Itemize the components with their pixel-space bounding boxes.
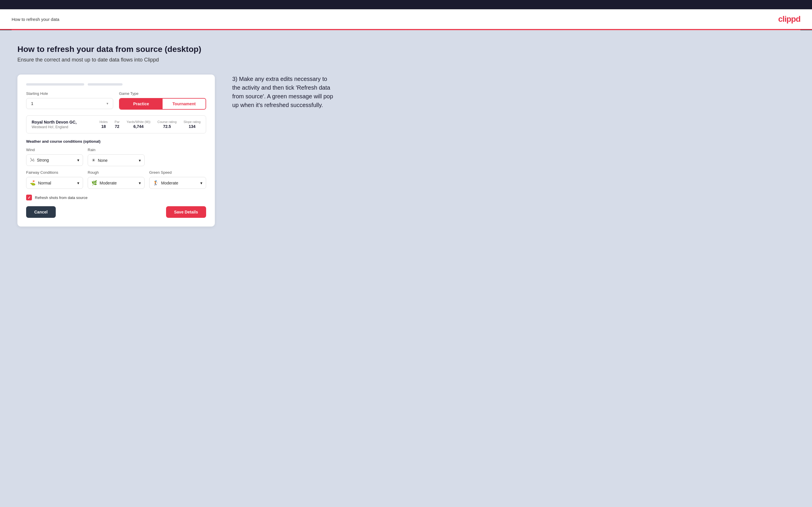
- cancel-button[interactable]: Cancel: [26, 206, 56, 218]
- side-text: 3) Make any extra edits necessary to the…: [232, 74, 337, 109]
- starting-hole-group: Starting Hole 1 ▾: [26, 91, 113, 110]
- conditions-title: Weather and course conditions (optional): [26, 139, 206, 144]
- refresh-row: Refresh shots from data source: [26, 194, 206, 201]
- side-text-block: 3) Make any extra edits necessary to the…: [232, 74, 337, 109]
- page-subheading: Ensure the correct and most up to date d…: [17, 57, 795, 63]
- main-card: Starting Hole 1 ▾ Game Type Practice Tou…: [17, 74, 215, 227]
- game-type-buttons: Practice Tournament: [119, 98, 206, 110]
- course-stats: Holes 18 Par 72 Yards/White (M)) 6,744 C…: [100, 120, 201, 129]
- rain-icon: ☀: [92, 158, 96, 163]
- card-top-placeholder: [26, 83, 206, 86]
- yards-label: Yards/White (M)): [126, 120, 150, 123]
- green-speed-label: Green Speed: [149, 170, 206, 175]
- starting-hole-select[interactable]: 1 ▾: [26, 98, 113, 109]
- starting-hole-value: 1: [31, 101, 33, 106]
- rain-value: None: [98, 158, 107, 163]
- green-speed-field: Green Speed 🏌 Moderate ▾: [149, 170, 206, 189]
- page-heading: How to refresh your data from source (de…: [17, 45, 795, 54]
- starting-hole-chevron-icon: ▾: [107, 102, 108, 106]
- par-label: Par: [115, 120, 119, 123]
- refresh-checkbox[interactable]: [26, 194, 32, 201]
- refresh-label: Refresh shots from data source: [35, 195, 87, 200]
- logo: clippd: [778, 14, 800, 24]
- fairway-chevron-icon: ▾: [77, 181, 79, 185]
- wind-label: Wind: [26, 148, 83, 152]
- yards-value: 6,744: [126, 124, 150, 129]
- rough-icon: 🌿: [92, 180, 97, 186]
- green-speed-icon: 🏌: [153, 180, 159, 186]
- fairway-label: Fairway Conditions: [26, 170, 83, 175]
- slope-rating-label: Slope rating: [184, 120, 201, 123]
- holes-value: 18: [100, 124, 108, 129]
- green-speed-value: Moderate: [161, 181, 178, 185]
- rain-select[interactable]: ☀ None ▾: [88, 154, 145, 166]
- course-rating-stat: Course rating 72.5: [157, 120, 176, 129]
- slope-rating-stat: Slope rating 134: [184, 120, 201, 129]
- practice-button[interactable]: Practice: [119, 99, 163, 109]
- game-type-group: Game Type Practice Tournament: [119, 91, 206, 110]
- rain-chevron-icon: ▾: [139, 158, 141, 163]
- rough-chevron-icon: ▾: [139, 181, 141, 185]
- fairway-icon: ⛳: [30, 180, 36, 186]
- green-speed-select[interactable]: 🏌 Moderate ▾: [149, 177, 206, 189]
- game-type-label: Game Type: [119, 91, 206, 96]
- fairway-field: Fairway Conditions ⛳ Normal ▾: [26, 170, 83, 189]
- course-name-block: Royal North Devon GC, Westward Ho!, Engl…: [32, 120, 93, 129]
- rough-select[interactable]: 🌿 Moderate ▾: [88, 177, 145, 189]
- wind-value: Strong: [37, 158, 49, 162]
- rough-label: Rough: [88, 170, 145, 175]
- tournament-button[interactable]: Tournament: [163, 99, 206, 109]
- rough-value: Moderate: [100, 181, 117, 185]
- action-row: Cancel Save Details: [26, 206, 206, 218]
- starting-hole-label: Starting Hole: [26, 91, 113, 96]
- wind-chevron-icon: ▾: [77, 158, 79, 162]
- wind-select[interactable]: 🌬 Strong ▾: [26, 154, 83, 166]
- green-speed-chevron-icon: ▾: [200, 181, 202, 185]
- par-stat: Par 72: [115, 120, 119, 129]
- holes-label: Holes: [100, 120, 108, 123]
- fairway-value: Normal: [38, 181, 51, 185]
- course-location: Westward Ho!, England: [32, 125, 93, 129]
- rain-label: Rain: [88, 148, 145, 152]
- slope-rating-value: 134: [184, 124, 201, 129]
- course-rating-label: Course rating: [157, 120, 176, 123]
- course-name: Royal North Devon GC,: [32, 120, 93, 124]
- wind-rain-row: Wind 🌬 Strong ▾ Rain ☀ None: [26, 148, 206, 166]
- save-button[interactable]: Save Details: [166, 206, 206, 218]
- fairway-select[interactable]: ⛳ Normal ▾: [26, 177, 83, 189]
- yards-stat: Yards/White (M)) 6,744: [126, 120, 150, 129]
- fairway-rough-green-row: Fairway Conditions ⛳ Normal ▾ Rough 🌿: [26, 170, 206, 189]
- wind-icon: 🌬: [30, 158, 35, 163]
- wind-field: Wind 🌬 Strong ▾: [26, 148, 83, 166]
- holes-stat: Holes 18: [100, 120, 108, 129]
- page-title: How to refresh your data: [12, 17, 59, 22]
- rain-field: Rain ☀ None ▾: [88, 148, 145, 166]
- course-rating-value: 72.5: [157, 124, 176, 129]
- par-value: 72: [115, 124, 119, 129]
- rough-field: Rough 🌿 Moderate ▾: [88, 170, 145, 189]
- course-info-box: Royal North Devon GC, Westward Ho!, Engl…: [26, 115, 206, 133]
